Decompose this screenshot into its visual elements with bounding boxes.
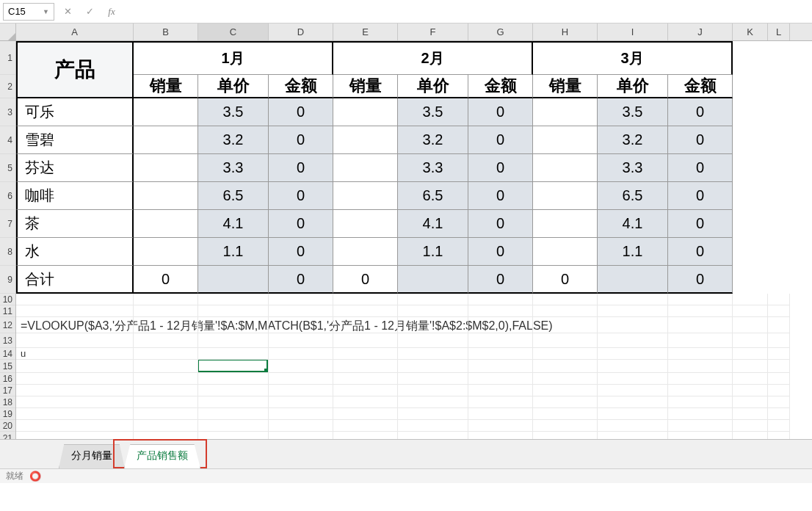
cell[interactable]: 雪碧 <box>16 126 134 154</box>
cell-blank[interactable] <box>733 333 768 348</box>
cell-blank[interactable] <box>468 408 533 420</box>
cell-blank[interactable] <box>16 360 134 373</box>
cell-blank[interactable] <box>198 420 269 432</box>
cell-blank[interactable] <box>768 360 790 373</box>
cell-blank[interactable] <box>269 385 333 396</box>
cell[interactable]: 1月 <box>134 41 333 75</box>
cell-blank[interactable] <box>768 333 790 348</box>
cell-blank[interactable] <box>768 305 790 317</box>
cell-blank[interactable] <box>768 408 790 420</box>
cell-blank[interactable] <box>333 408 398 420</box>
col-header-I[interactable]: I <box>598 23 668 40</box>
cancel-icon[interactable]: ✕ <box>59 3 76 21</box>
cell-blank[interactable] <box>598 408 668 420</box>
cell-blank[interactable] <box>134 348 198 360</box>
cell-blank[interactable] <box>533 385 598 396</box>
cell-blank[interactable] <box>533 294 598 305</box>
cell[interactable]: 3.3 <box>398 154 468 182</box>
cell-blank[interactable] <box>398 348 468 360</box>
col-header-C[interactable]: C <box>198 23 269 40</box>
cell[interactable]: 0 <box>668 98 733 126</box>
cell-blank[interactable] <box>668 305 733 317</box>
cell[interactable]: 0 <box>269 266 333 294</box>
cell-blank[interactable] <box>598 385 668 396</box>
cell[interactable]: 单价 <box>398 75 468 98</box>
row-header-14[interactable]: 14 <box>0 348 15 360</box>
cell[interactable] <box>598 266 668 294</box>
cell-blank[interactable] <box>198 408 269 420</box>
cell-blank[interactable] <box>16 373 134 385</box>
sheet-tab-monthly-sales[interactable]: 分月销量 <box>59 444 125 468</box>
cell-blank[interactable] <box>733 373 768 385</box>
cell-blank[interactable] <box>198 385 269 396</box>
cell[interactable]: 4.1 <box>398 210 468 238</box>
select-all-corner[interactable] <box>0 23 16 41</box>
cell-blank[interactable] <box>134 294 198 305</box>
cell[interactable]: 产品 <box>16 41 134 98</box>
cell-blank[interactable] <box>16 420 134 432</box>
cell[interactable] <box>134 182 198 210</box>
cell-blank[interactable] <box>269 420 333 432</box>
cell-blank[interactable] <box>533 305 598 317</box>
row-headers-gutter[interactable]: 123456789101112131415161718192021 <box>0 41 16 468</box>
cell-blank[interactable] <box>198 305 269 317</box>
cell-blank[interactable] <box>16 317 134 333</box>
cell-blank[interactable] <box>533 373 598 385</box>
cell[interactable] <box>333 154 398 182</box>
cell-blank[interactable] <box>598 305 668 317</box>
cell-blank[interactable] <box>768 373 790 385</box>
cell[interactable]: 0 <box>468 182 533 210</box>
cell-blank[interactable] <box>198 317 269 333</box>
col-header-E[interactable]: E <box>333 23 398 40</box>
col-header-A[interactable]: A <box>16 23 134 40</box>
cell-blank[interactable] <box>16 396 134 408</box>
cell-blank[interactable] <box>468 396 533 408</box>
cell-blank[interactable] <box>668 420 733 432</box>
cell[interactable]: 6.5 <box>598 182 668 210</box>
cell-blank[interactable] <box>468 360 533 373</box>
cell-blank[interactable] <box>269 294 333 305</box>
cell-blank[interactable] <box>398 420 468 432</box>
cell-blank[interactable] <box>398 294 468 305</box>
fx-icon[interactable]: fx <box>103 3 120 21</box>
cell[interactable]: 可乐 <box>16 98 134 126</box>
cell-blank[interactable] <box>398 305 468 317</box>
cell[interactable]: 2月 <box>333 41 533 75</box>
row-header-3[interactable]: 3 <box>0 98 15 126</box>
cell-blank[interactable] <box>768 317 790 333</box>
cell-blank[interactable] <box>468 305 533 317</box>
cell[interactable]: 3.5 <box>398 98 468 126</box>
cell[interactable]: 3.2 <box>198 126 269 154</box>
cell-blank[interactable] <box>533 333 598 348</box>
cell[interactable]: 3.5 <box>598 98 668 126</box>
cell[interactable]: 单价 <box>598 75 668 98</box>
cell-blank[interactable] <box>269 396 333 408</box>
cell-blank[interactable] <box>733 385 768 396</box>
cell-blank[interactable] <box>668 294 733 305</box>
cell-blank[interactable] <box>333 333 398 348</box>
cell-blank[interactable] <box>398 360 468 373</box>
row-header-11[interactable]: 11 <box>0 305 15 317</box>
cell-blank[interactable] <box>333 385 398 396</box>
cell[interactable]: 1.1 <box>198 238 269 266</box>
cell-blank[interactable] <box>533 317 598 333</box>
row-header-2[interactable]: 2 <box>0 75 15 98</box>
cell[interactable] <box>333 98 398 126</box>
cell[interactable] <box>134 210 198 238</box>
column-headers[interactable]: ABCDEFGHIJKL <box>16 23 812 41</box>
cell[interactable]: 0 <box>134 266 198 294</box>
cell-blank[interactable] <box>533 420 598 432</box>
cell-blank[interactable] <box>468 317 533 333</box>
cell-blank[interactable] <box>134 396 198 408</box>
cell[interactable]: 金额 <box>668 75 733 98</box>
cell-blank[interactable] <box>468 385 533 396</box>
row-header-8[interactable]: 8 <box>0 238 15 266</box>
cell[interactable] <box>333 126 398 154</box>
cell[interactable]: 销量 <box>533 75 598 98</box>
cell-blank[interactable] <box>598 373 668 385</box>
cell-blank[interactable] <box>134 373 198 385</box>
cell[interactable] <box>533 154 598 182</box>
cell[interactable]: 销量 <box>333 75 398 98</box>
cell-blank[interactable] <box>134 385 198 396</box>
cell[interactable]: 4.1 <box>198 210 269 238</box>
